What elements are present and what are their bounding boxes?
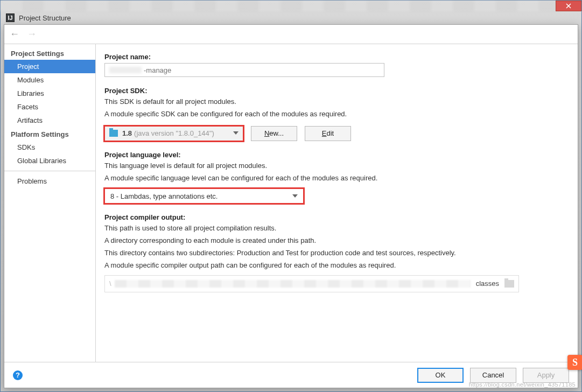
intellij-icon: IJ	[6, 13, 15, 22]
sidebar-item-project[interactable]: Project	[4, 60, 95, 73]
watermark-text: https://blog.csdn.net/weixin_43571185	[469, 381, 576, 388]
dialog-title-text: Project Structure	[19, 14, 71, 22]
apply-button[interactable]: Apply	[523, 368, 569, 383]
sidebar-item-modules[interactable]: Modules	[4, 73, 95, 87]
dialog-titlebar: IJ Project Structure	[1, 12, 581, 23]
sidebar-item-libraries[interactable]: Libraries	[4, 87, 95, 100]
sidebar-item-sdks[interactable]: SDKs	[4, 141, 95, 154]
browse-folder-icon[interactable]	[504, 280, 514, 288]
project-sdk-combo[interactable]: 1.8 (java version "1.8.0_144")	[104, 126, 243, 141]
chevron-down-icon	[233, 131, 239, 135]
compiler-desc3: This directory contains two subdirectori…	[104, 248, 569, 258]
forward-button[interactable]: →	[27, 29, 37, 40]
project-sdk-desc2: A module specific SDK can be configured …	[104, 109, 569, 120]
project-sdk-value: 1.8	[122, 129, 132, 137]
sidebar-item-global-libraries[interactable]: Global Libraries	[4, 154, 95, 167]
sdk-folder-icon	[109, 130, 118, 137]
sdk-new-button[interactable]: New...	[251, 126, 297, 141]
sidebar-heading-project-settings: Project Settings	[4, 46, 95, 60]
sogou-badge-icon[interactable]: S	[567, 355, 582, 370]
help-icon[interactable]: ?	[13, 370, 23, 380]
compiler-output-input[interactable]: \ classes	[104, 275, 519, 292]
project-sdk-label: Project SDK:	[104, 87, 569, 95]
sidebar: Project Settings Project Modules Librari…	[4, 44, 96, 362]
language-level-combo[interactable]: 8 - Lambdas, type annotations etc.	[104, 188, 304, 204]
redacted-path	[115, 280, 471, 288]
toolbar: ← →	[4, 25, 578, 44]
compiler-desc1: This path is used to store all project c…	[104, 223, 569, 234]
content-panel: Project name: -manage Project SDK: This …	[96, 44, 578, 362]
language-level-desc2: A module specific language level can be …	[104, 173, 569, 184]
window-close-button[interactable]	[556, 1, 581, 11]
language-level-value: 8 - Lambdas, type annotations etc.	[110, 192, 218, 200]
sidebar-item-artifacts[interactable]: Artifacts	[4, 114, 95, 127]
sidebar-item-problems[interactable]: Problems	[4, 174, 95, 188]
project-sdk-desc1: This SDK is default for all project modu…	[104, 97, 569, 107]
compiler-desc2: A directory corresponding to each module…	[104, 236, 569, 246]
main-area: Project Settings Project Modules Librari…	[4, 44, 578, 362]
sdk-edit-button[interactable]: Edit	[305, 126, 351, 141]
project-sdk-hint: (java version "1.8.0_144")	[134, 129, 214, 137]
project-name-input[interactable]: -manage	[104, 63, 384, 77]
project-name-label: Project name:	[104, 53, 569, 61]
compiler-desc4: A module specific compiler output path c…	[104, 261, 569, 271]
dialog-body: ← → Project Settings Project Modules Lib…	[4, 24, 578, 388]
redacted-text	[109, 67, 142, 73]
sidebar-heading-platform-settings: Platform Settings	[4, 127, 95, 141]
background-titlebar	[1, 1, 581, 11]
compiler-output-tail: classes	[476, 279, 499, 288]
ok-button[interactable]: OK	[417, 368, 464, 383]
sidebar-separator	[4, 171, 95, 171]
back-button[interactable]: ←	[10, 29, 19, 40]
project-name-value: -manage	[144, 66, 171, 74]
cancel-button[interactable]: Cancel	[470, 368, 516, 383]
sidebar-item-facets[interactable]: Facets	[4, 100, 95, 114]
compiler-output-label: Project compiler output:	[104, 213, 569, 221]
language-level-label: Project language level:	[104, 151, 569, 159]
chevron-down-icon	[292, 194, 298, 198]
language-level-desc1: This language level is default for all p…	[104, 161, 569, 171]
